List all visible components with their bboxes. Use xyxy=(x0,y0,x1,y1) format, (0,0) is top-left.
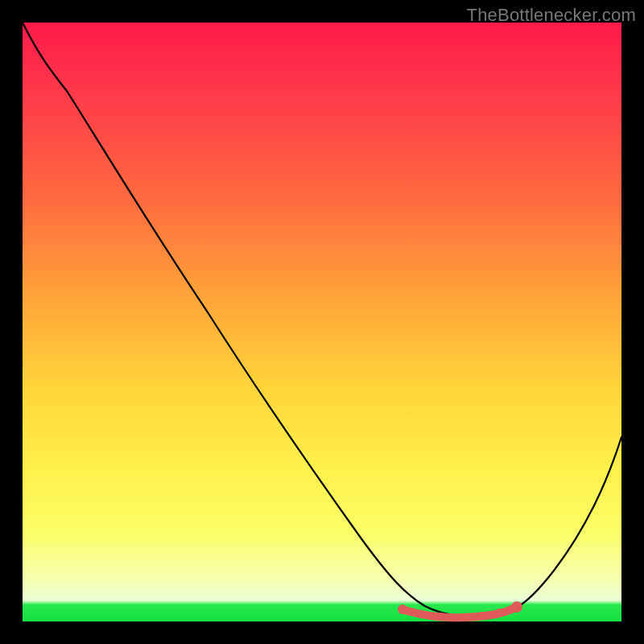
marker-dot xyxy=(511,601,522,613)
marker-dot xyxy=(495,609,503,617)
marker-dot xyxy=(398,605,407,614)
marker-dot xyxy=(477,612,485,620)
chart-frame: TheBottlenecker.com xyxy=(0,0,644,644)
marker-dot xyxy=(437,613,445,621)
curve-path xyxy=(23,23,621,617)
bottleneck-curve xyxy=(23,23,621,621)
plot-area xyxy=(23,23,621,621)
marker-dot xyxy=(417,610,425,618)
marker-dot xyxy=(457,613,465,621)
